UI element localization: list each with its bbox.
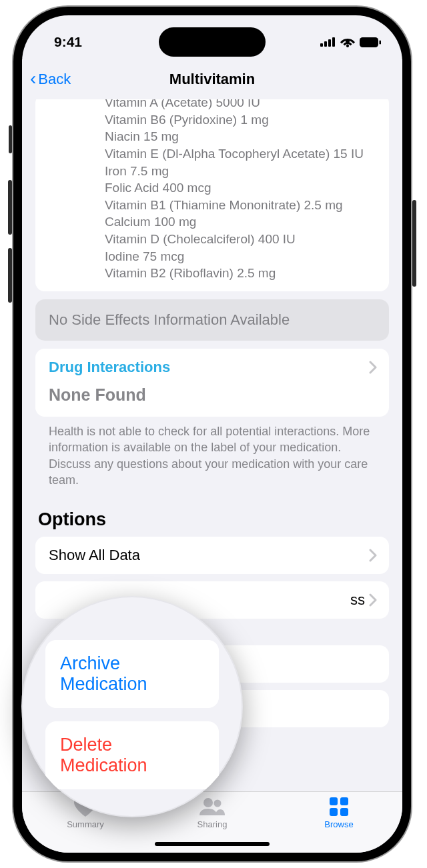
- ingredient-row: Folic Acid 400 mcg: [105, 179, 376, 197]
- chevron-right-icon: [369, 361, 377, 374]
- side-button-silent[interactable]: [9, 125, 12, 153]
- ingredient-row: Vitamin B2 (Riboflavin) 2.5 mg: [105, 265, 376, 282]
- delete-medication-button[interactable]: Delete Medication: [45, 721, 219, 789]
- ingredient-row: Vitamin B1 (Thiamine Mononitrate) 2.5 mg: [105, 197, 376, 214]
- people-icon: [199, 796, 225, 817]
- svg-rect-5: [360, 37, 378, 47]
- status-icons: [320, 37, 381, 47]
- wifi-icon: [340, 37, 355, 47]
- svg-point-8: [214, 800, 222, 807]
- back-button[interactable]: ‹ Back: [30, 70, 71, 89]
- grid-icon: [330, 796, 348, 817]
- side-button-volume-up[interactable]: [8, 180, 12, 235]
- svg-rect-10: [340, 797, 348, 805]
- drug-interactions-row[interactable]: Drug Interactions: [35, 349, 389, 383]
- tab-browse[interactable]: Browse: [299, 796, 379, 853]
- show-all-data-label: Show All Data: [49, 547, 140, 564]
- side-button-power[interactable]: [412, 200, 416, 287]
- magnifier-callout: Archive Medication Delete Medication: [21, 596, 243, 817]
- ingredients-card: Vitamin A (Acetate) 5000 IU Vitamin B6 (…: [35, 99, 389, 291]
- svg-rect-2: [328, 39, 331, 47]
- svg-point-7: [203, 798, 213, 807]
- data-sources-suffix: ss: [350, 591, 365, 609]
- dynamic-island: [159, 27, 266, 57]
- ingredient-row: Niacin 15 mg: [105, 128, 376, 145]
- svg-rect-9: [330, 797, 338, 805]
- status-time: 9:41: [54, 34, 82, 50]
- ingredient-row: Calcium 100 mg: [105, 213, 376, 231]
- side-effects-card: No Side Effects Information Available: [35, 299, 389, 341]
- back-label: Back: [38, 71, 71, 88]
- ingredient-row: Iodine 75 mcg: [105, 248, 376, 265]
- home-indicator[interactable]: [155, 842, 270, 846]
- svg-rect-11: [330, 808, 338, 816]
- ingredient-row: Vitamin E (Dl-Alpha Tocopheryl Acetate) …: [105, 145, 376, 163]
- options-header: Options: [35, 488, 389, 537]
- ingredient-row: Vitamin D (Cholecalciferol) 400 IU: [105, 231, 376, 248]
- nav-bar: ‹ Back Multivitamin: [22, 59, 402, 99]
- show-all-data-row[interactable]: Show All Data: [35, 537, 389, 574]
- ingredient-row: Vitamin A (Acetate) 5000 IU: [105, 99, 376, 111]
- ingredient-row: Vitamin B6 (Pyridoxine) 1 mg: [105, 111, 376, 129]
- svg-rect-12: [340, 808, 348, 816]
- svg-rect-1: [324, 41, 327, 47]
- chevron-left-icon: ‹: [30, 68, 36, 89]
- chevron-right-icon: [369, 549, 377, 562]
- drug-interactions-label: Drug Interactions: [49, 359, 170, 376]
- svg-rect-6: [380, 40, 382, 44]
- battery-icon: [360, 37, 381, 47]
- interactions-result: None Found: [35, 383, 389, 417]
- tab-summary-label: Summary: [67, 819, 104, 829]
- side-button-volume-down[interactable]: [8, 248, 12, 303]
- tab-sharing-label: Sharing: [197, 819, 228, 829]
- archive-medication-button[interactable]: Archive Medication: [45, 640, 219, 708]
- cellular-icon: [320, 37, 336, 47]
- svg-rect-3: [332, 37, 335, 47]
- svg-rect-0: [320, 43, 323, 47]
- interactions-footer: Health is not able to check for all pote…: [35, 422, 389, 488]
- chevron-right-icon: [369, 593, 377, 607]
- tab-browse-label: Browse: [324, 819, 353, 829]
- ingredient-row: Iron 7.5 mg: [105, 163, 376, 180]
- svg-point-4: [346, 45, 349, 47]
- page-title: Multivitamin: [169, 71, 255, 88]
- drug-interactions-card: Drug Interactions None Found: [35, 349, 389, 417]
